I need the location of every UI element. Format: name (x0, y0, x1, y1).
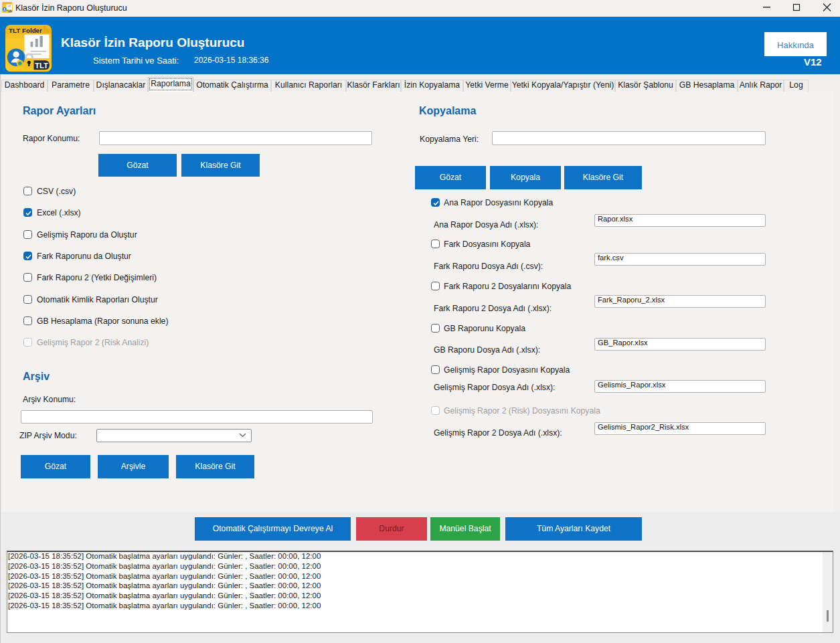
svg-text:TLT: TLT (35, 62, 48, 70)
svg-text:TLT Folder: TLT Folder (9, 27, 42, 34)
svg-text:TLT: TLT (9, 10, 12, 13)
